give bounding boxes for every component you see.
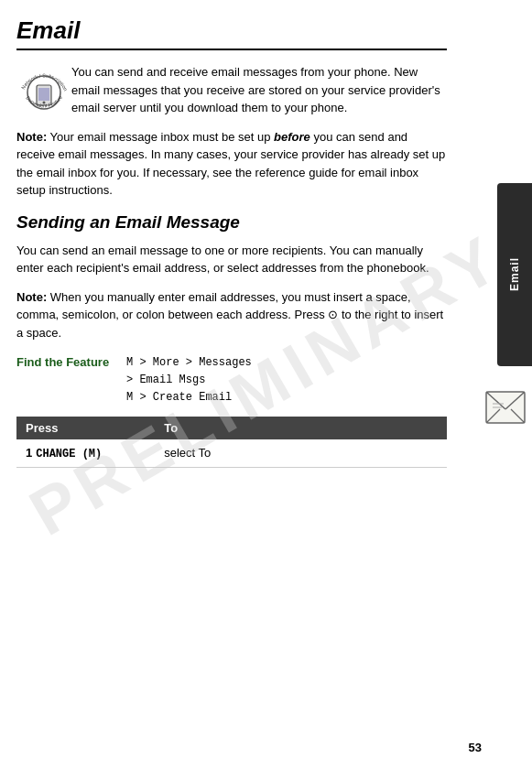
sidebar-tab-label: Email xyxy=(508,257,521,291)
note1-label: Note: xyxy=(16,130,47,144)
page-container: PRELIMINARY Email Email xyxy=(0,0,532,769)
note1-text: Your email message inbox must be set up xyxy=(50,130,275,144)
table-header-row: Press To xyxy=(16,417,447,439)
change-key-text: CHANGE (M) xyxy=(36,448,102,460)
note2-paragraph: Note: When you manually enter email addr… xyxy=(16,288,447,342)
table-cell-press: CHANGE (M) xyxy=(36,439,155,468)
section-heading: Sending an Email Message xyxy=(16,212,447,233)
table-header-to: To xyxy=(155,417,447,439)
page-number: 53 xyxy=(469,741,482,754)
find-feature-content: M > More > Messages > Email Msgs M > Cre… xyxy=(126,354,252,407)
find-feature-line1: M > More > Messages xyxy=(126,354,252,372)
table-cell-num: 1 xyxy=(16,439,36,468)
table-cell-to: select To xyxy=(155,439,447,468)
find-feature-line3: M > Create Email xyxy=(126,389,252,406)
email-icon xyxy=(485,391,526,424)
find-feature-section: Find the Feature M > More > Messages > E… xyxy=(16,354,447,407)
table-row: 1 CHANGE (M) select To xyxy=(16,439,447,468)
note1-paragraph: Note: Your email message inbox must be s… xyxy=(16,128,447,200)
svg-rect-10 xyxy=(38,88,49,101)
find-feature-line2: > Email Msgs xyxy=(126,372,252,389)
intro-section: Network / Subscription Dependent Feature… xyxy=(16,63,447,117)
page-title: Email xyxy=(16,16,447,50)
table-header-press: Press xyxy=(16,417,155,439)
find-feature-label: Find the Feature xyxy=(16,354,126,369)
note1-italic: before xyxy=(274,130,310,144)
sidebar-tab: Email xyxy=(497,183,532,366)
para1: You can send an email message to one or … xyxy=(16,242,447,277)
data-table: Press To 1 CHANGE (M) select To xyxy=(16,417,447,468)
email-icon-container xyxy=(483,384,528,430)
main-content: Email Network / Subscription xyxy=(0,0,497,484)
intro-text: You can send and receive email messages … xyxy=(71,63,447,117)
table-cell-to-text: select To xyxy=(164,446,211,460)
network-icon: Network / Subscription Dependent Feature xyxy=(16,63,71,114)
note2-label: Note: xyxy=(16,290,47,304)
note2-key: ⊙ xyxy=(328,308,338,321)
